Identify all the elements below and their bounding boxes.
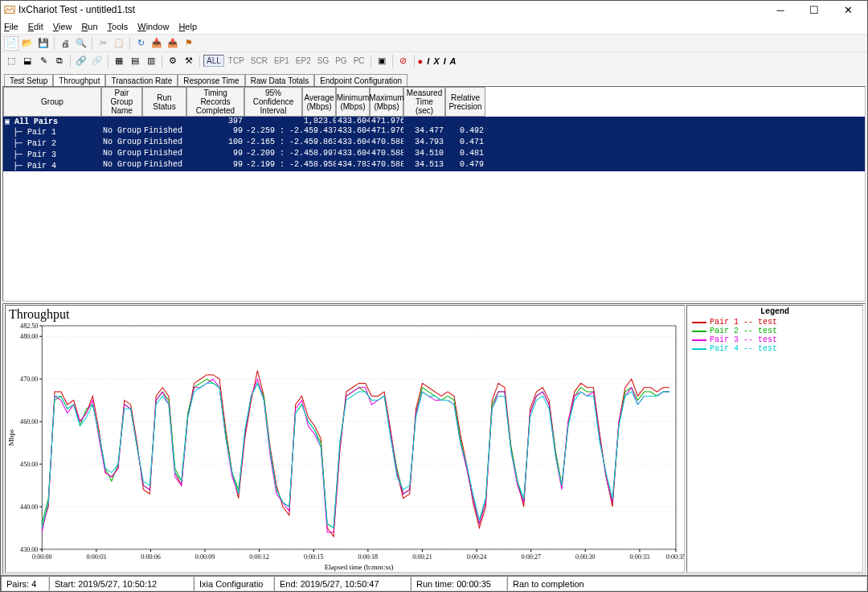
tab-endpoint-configuration[interactable]: Endpoint Configuration	[314, 74, 407, 86]
svg-text:0:00:06: 0:00:06	[141, 553, 161, 561]
status-end: End: 2019/5/27, 10:50:47	[274, 576, 411, 591]
print-icon[interactable]: 🖨	[58, 36, 72, 51]
table-row[interactable]: ├─ Pair 4No GroupFinished99-2.199 : -2.1…	[3, 160, 865, 171]
edit-icon[interactable]: ✎	[36, 54, 51, 68]
svg-text:Mbps: Mbps	[7, 429, 15, 446]
tab-throughput[interactable]: Throughput	[53, 74, 105, 86]
tab-response-time[interactable]: Response Time	[178, 74, 244, 86]
new-icon[interactable]: 📄	[4, 36, 18, 51]
column-header[interactable]: Group	[3, 87, 101, 117]
export-icon[interactable]: 📤	[166, 36, 180, 51]
results-table-panel: GroupPair Group NameRun StatusTiming Rec…	[2, 86, 866, 302]
copy-icon[interactable]: 📋	[112, 36, 126, 51]
pkt-icon[interactable]: ▣	[375, 54, 389, 68]
column-header[interactable]: Relative Precision	[445, 87, 485, 117]
filter-all[interactable]: ALL	[203, 55, 224, 67]
link-icon[interactable]: 🔗	[74, 54, 88, 68]
menu-edit[interactable]: Edit	[28, 22, 43, 31]
column-header[interactable]: Run Status	[142, 87, 186, 117]
flag-icon[interactable]: ⚑	[182, 36, 196, 51]
group-icon[interactable]: ⬚	[4, 54, 18, 68]
svg-text:0:00:27: 0:00:27	[521, 553, 541, 561]
column-header[interactable]: Pair Group Name	[101, 87, 142, 117]
svg-text:450.00: 450.00	[20, 461, 38, 468]
tab-test-setup[interactable]: Test Setup	[4, 74, 53, 86]
titlebar: IxChariot Test - untitled1.tst ─ ☐ ✕	[1, 1, 867, 18]
filter-pc[interactable]: PC	[351, 56, 367, 66]
maximize-button[interactable]: ☐	[798, 2, 830, 18]
svg-text:0:00:21: 0:00:21	[412, 553, 432, 561]
svg-text:440.00: 440.00	[20, 504, 38, 511]
status-pairs: Pairs: 4	[1, 576, 49, 591]
chart-title: Throughput	[6, 306, 684, 322]
close-button[interactable]: ✕	[832, 2, 864, 18]
svg-text:0:00:03: 0:00:03	[87, 553, 107, 561]
svg-text:482.50: 482.50	[20, 323, 38, 330]
table-row[interactable]: ▣ All Pairs3971,823.035433.604471.976	[3, 117, 865, 126]
svg-text:0:00:09: 0:00:09	[195, 553, 215, 561]
legend-item: Pair 4 -- test	[687, 344, 862, 353]
pair-icon[interactable]: ⬓	[20, 54, 35, 68]
app-icon	[4, 4, 15, 15]
column-header[interactable]: Average (Mbps)	[302, 87, 336, 117]
svg-text:460.00: 460.00	[20, 418, 38, 426]
tab-strip: Test SetupThroughputTransaction RateResp…	[1, 69, 867, 85]
svg-text:430.00: 430.00	[20, 546, 38, 553]
window-title: IxChariot Test - untitled1.tst	[18, 4, 764, 15]
tab-raw-data-totals[interactable]: Raw Data Totals	[245, 74, 315, 86]
toolbar-secondary: ⬚ ⬓ ✎ ⧉ 🔗 🔗 ▦ ▤ ▥ ⚙ ⚒ ALLTCPSCREP1EP2SGP…	[1, 51, 867, 69]
cut-icon[interactable]: ✂	[96, 36, 110, 51]
cfg1-icon[interactable]: ⚙	[166, 54, 180, 68]
preview-icon[interactable]: 🔍	[74, 36, 88, 51]
filter-pg[interactable]: PG	[333, 56, 349, 66]
svg-text:470.00: 470.00	[20, 376, 38, 383]
table-row[interactable]: ├─ Pair 2No GroupFinished100-2.165 : -2.…	[3, 138, 865, 149]
svg-text:0:00:18: 0:00:18	[358, 553, 379, 561]
svg-text:0:00:00: 0:00:00	[32, 553, 52, 561]
menu-tools[interactable]: Tools	[108, 22, 129, 31]
legend-title: Legend	[687, 306, 862, 318]
menu-view[interactable]: View	[53, 22, 72, 31]
column-header[interactable]: 95% Confidence Interval	[244, 87, 302, 117]
filter-scr[interactable]: SCR	[248, 56, 270, 66]
menu-file[interactable]: File	[4, 22, 18, 31]
open-icon[interactable]: 📂	[20, 36, 35, 51]
svg-text:0:00:12: 0:00:12	[249, 553, 269, 561]
menu-run[interactable]: Run	[81, 22, 97, 31]
filter-ep2[interactable]: EP2	[293, 56, 313, 66]
chart-pane: Throughput 430.00440.00450.00460.00470.0…	[5, 305, 685, 573]
grid1-icon[interactable]: ▦	[112, 54, 126, 68]
column-header[interactable]: Maximum (Mbps)	[370, 87, 403, 117]
minimize-button[interactable]: ─	[764, 2, 796, 18]
grid3-icon[interactable]: ▥	[144, 54, 158, 68]
unlink-icon[interactable]: 🔗	[90, 54, 104, 68]
status-completion: Ran to completion	[507, 576, 867, 591]
menu-help[interactable]: Help	[178, 22, 197, 31]
cfg2-icon[interactable]: ⚒	[182, 54, 196, 68]
column-header[interactable]: Timing Records Completed	[186, 87, 244, 117]
table-row[interactable]: ├─ Pair 1No GroupFinished99-2.259 : -2.2…	[3, 126, 865, 138]
menu-window[interactable]: Window	[137, 22, 169, 31]
save-icon[interactable]: 💾	[36, 36, 51, 51]
import-icon[interactable]: 📥	[149, 36, 164, 51]
legend-item: Pair 3 -- test	[687, 335, 862, 344]
throughput-chart: 430.00440.00450.00460.00470.00480.00482.…	[6, 322, 684, 572]
legend-item: Pair 2 -- test	[687, 327, 862, 335]
tab-transaction-rate[interactable]: Transaction Rate	[105, 74, 178, 86]
column-header[interactable]: Minimum (Mbps)	[336, 87, 370, 117]
grid2-icon[interactable]: ▤	[128, 54, 142, 68]
table-row[interactable]: ├─ Pair 3No GroupFinished99-2.209 : -2.2…	[3, 149, 865, 160]
filter-sg[interactable]: SG	[315, 56, 331, 66]
filter-ep1[interactable]: EP1	[272, 56, 292, 66]
filter-tcp[interactable]: TCP	[226, 56, 247, 66]
svg-rect-1	[42, 326, 676, 549]
layers-icon[interactable]: ⧉	[52, 54, 67, 68]
column-header[interactable]: Measured Time (sec)	[403, 87, 445, 117]
status-start: Start: 2019/5/27, 10:50:12	[49, 576, 194, 591]
svg-text:0:00:24: 0:00:24	[467, 553, 487, 561]
legend-pane: Legend Pair 1 -- testPair 2 -- testPair …	[686, 305, 863, 573]
status-bar: Pairs: 4 Start: 2019/5/27, 10:50:12 Ixia…	[1, 575, 867, 591]
reload-icon[interactable]: ↻	[133, 36, 148, 51]
noentry-icon[interactable]: ⊘	[396, 54, 411, 68]
status-config: Ixia Configuratio	[194, 576, 274, 591]
